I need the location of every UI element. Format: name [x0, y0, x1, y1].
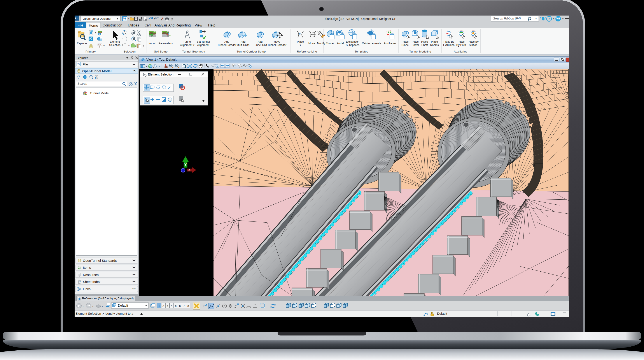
svg-text:▼: ▼ [142, 45, 144, 47]
svg-text:Z: Z [99, 46, 100, 48]
svg-text:Y: Y [184, 162, 187, 167]
svg-text:▼: ▼ [153, 66, 154, 68]
svg-text:1: 1 [99, 33, 100, 35]
svg-text:▼: ▼ [95, 32, 97, 34]
svg-text:▼: ▼ [103, 45, 105, 47]
svg-text:▼: ▼ [241, 66, 243, 68]
svg-text:▼: ▼ [128, 45, 130, 47]
svg-text:i: i [142, 66, 142, 68]
svg-text:▼: ▼ [92, 305, 94, 307]
svg-text:S: S [100, 44, 102, 46]
svg-text:▼: ▼ [102, 305, 103, 307]
svg-text:▼: ▼ [246, 65, 248, 67]
svg-text:A: A [98, 44, 99, 46]
svg-text:?: ? [548, 17, 550, 21]
svg-text:▼: ▼ [158, 66, 160, 67]
svg-text:▼: ▼ [146, 66, 148, 67]
svg-text:▾: ▾ [172, 19, 172, 21]
svg-text:Default: Default [118, 304, 128, 307]
svg-text:▼: ▼ [82, 305, 84, 307]
svg-text:i: i [99, 38, 99, 40]
svg-text:▾: ▾ [154, 18, 155, 20]
